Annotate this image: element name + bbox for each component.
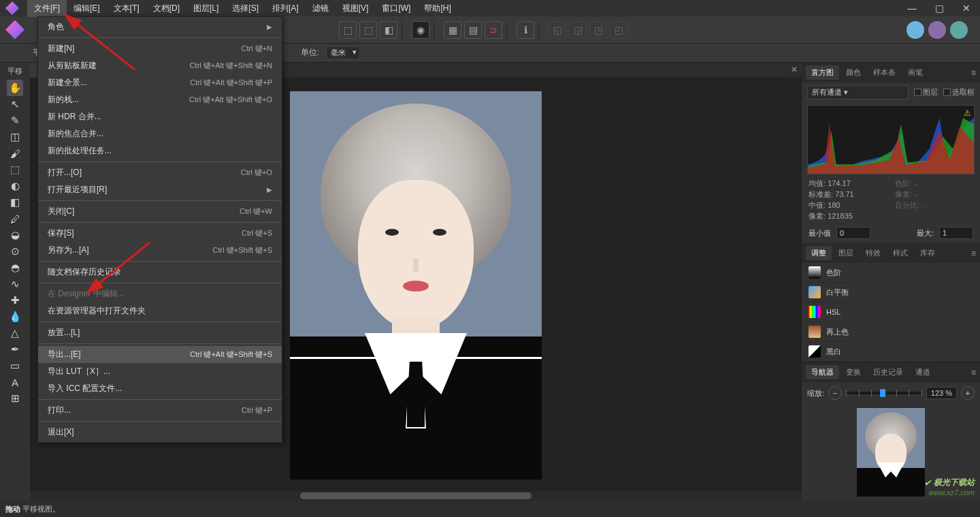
tab-图层[interactable]: 图层 — [833, 246, 859, 260]
tool-color-picker[interactable]: ✎ — [7, 112, 23, 129]
navigator-preview[interactable] — [857, 408, 925, 497]
menu-item-打开...[O][interactable]: 打开...[O]Ctrl 键+O — [38, 164, 282, 181]
tab-调整[interactable]: 调整 — [806, 246, 832, 260]
menu-文件[F][interactable]: 文件[F] — [27, 0, 67, 17]
tool-brush[interactable]: 🖌 — [7, 145, 23, 161]
menu-文档[D][interactable]: 文档[D] — [146, 0, 186, 17]
adjustment-再上色[interactable]: 再上色 — [802, 322, 980, 342]
arrange-front-icon[interactable]: ◰ — [610, 21, 627, 39]
tool-gradient[interactable]: ◧ — [7, 194, 23, 210]
arrange-forward-icon[interactable]: ◳ — [589, 21, 607, 39]
arrange-back-icon[interactable]: ◱ — [549, 21, 566, 39]
tab-样式[interactable]: 样式 — [887, 246, 913, 260]
menu-帮助[H][interactable]: 帮助[H] — [417, 0, 457, 17]
tool-flood[interactable]: ◐ — [7, 178, 23, 194]
tool-text[interactable]: A — [7, 374, 23, 390]
tool-erase[interactable]: ◒ — [7, 227, 23, 243]
menu-选择[S][interactable]: 选择[S] — [225, 0, 265, 17]
menu-文本[T][interactable]: 文本[T] — [107, 0, 146, 17]
close-document-icon[interactable]: ✕ — [791, 65, 798, 74]
menu-窗口[W][interactable]: 窗口[W] — [375, 0, 417, 17]
menu-编辑[E][interactable]: 编辑[E] — [67, 0, 107, 17]
tool-dodge[interactable]: ◓ — [7, 260, 23, 276]
tab-直方图[interactable]: 直方图 — [806, 65, 839, 80]
close-button[interactable]: ✕ — [953, 0, 980, 16]
minimize-button[interactable]: — — [898, 0, 926, 16]
panel-menu-icon[interactable]: ≡ — [971, 249, 976, 258]
tool-blur[interactable]: 💧 — [7, 309, 23, 325]
tool-pen[interactable]: ✒ — [7, 341, 23, 358]
menu-视图[V][interactable]: 视图[V] — [336, 0, 376, 17]
tab-库存[interactable]: 库存 — [915, 246, 941, 260]
quick-mask-icon[interactable]: ◧ — [380, 21, 397, 39]
grid-icon[interactable]: ▦ — [444, 21, 461, 39]
snap-icon[interactable]: ⊃ — [485, 21, 502, 39]
menu-item-另存为...[A][interactable]: 另存为...[A]Ctrl 键+Shift 键+S — [38, 242, 282, 259]
zoom-value[interactable]: 123 % — [926, 387, 957, 399]
unit-select[interactable]: 毫米 ▾ — [326, 46, 360, 59]
menu-item-在资源管理器中打开文件夹[interactable]: 在资源管理器中打开文件夹 — [38, 302, 282, 319]
menu-item-新的批处理任务...[interactable]: 新的批处理任务... — [38, 142, 282, 159]
menu-item-新的焦点合并...[interactable]: 新的焦点合并... — [38, 125, 282, 142]
menu-item-导出 LUT［X］...[interactable]: 导出 LUT［X］... — [38, 363, 282, 380]
zoom-out-button[interactable]: − — [828, 386, 842, 400]
tab-特效[interactable]: 特效 — [860, 246, 886, 260]
maximize-button[interactable]: ▢ — [926, 0, 953, 16]
selection-mode-icon[interactable]: ⬚ — [339, 21, 357, 39]
adjustment-HSL[interactable]: HSL — [802, 302, 980, 322]
menu-item-新 HDR 合并...[interactable]: 新 HDR 合并... — [38, 108, 282, 125]
menu-图层[L][interactable]: 图层[L] — [186, 0, 225, 17]
grid2-icon[interactable]: ▤ — [464, 21, 482, 39]
min-input[interactable] — [836, 227, 870, 239]
tool-move[interactable]: ↖ — [7, 96, 23, 112]
max-input[interactable] — [939, 227, 973, 239]
adjustment-色阶[interactable]: 色阶 — [802, 263, 980, 283]
menu-item-退出[X][interactable]: 退出[X] — [38, 424, 282, 441]
horizontal-scrollbar[interactable] — [30, 491, 802, 501]
tab-样本条[interactable]: 样本条 — [868, 65, 901, 80]
adjustment-白平衡[interactable]: 白平衡 — [802, 283, 980, 302]
menu-item-打印...[interactable]: 打印...Ctrl 键+P — [38, 402, 282, 419]
assistant-icon[interactable]: ℹ — [517, 21, 534, 39]
develop-persona-icon[interactable] — [950, 21, 968, 39]
menu-item-导入 ICC 配置文件...[interactable]: 导入 ICC 配置文件... — [38, 380, 282, 397]
menu-item-新的栈...[interactable]: 新的栈...Ctrl 键+Alt 键+Shift 键+O — [38, 91, 282, 108]
menu-item-新建全景...[interactable]: 新建全景...Ctrl 键+Alt 键+Shift 键+P — [38, 74, 282, 91]
fill-icon[interactable]: ◉ — [412, 21, 429, 39]
menu-item-保存[S][interactable]: 保存[S]Ctrl 键+S — [38, 225, 282, 242]
arrange-backward-icon[interactable]: ◲ — [569, 21, 587, 39]
photo-persona-icon[interactable] — [906, 21, 924, 39]
tab-导航器[interactable]: 导航器 — [806, 365, 839, 379]
liquify-persona-icon[interactable] — [928, 21, 946, 39]
tool-smudge[interactable]: ∿ — [7, 276, 23, 292]
tool-selection[interactable]: ⬚ — [7, 161, 23, 178]
tool-shape[interactable]: ▭ — [7, 358, 23, 374]
panel-menu-icon[interactable]: ≡ — [971, 68, 976, 78]
tool-mesh[interactable]: ⊞ — [7, 390, 23, 407]
menu-item-从剪贴板新建[interactable]: 从剪贴板新建Ctrl 键+Alt 键+Shift 键+N — [38, 57, 282, 74]
tab-变换[interactable]: 变换 — [840, 365, 866, 379]
tool-clone[interactable]: ⊙ — [7, 243, 23, 260]
adjustment-黑白[interactable]: 黑白 — [802, 342, 980, 362]
menu-item-导出...[E][interactable]: 导出...[E]Ctrl 键+Alt 键+Shift 键+S — [38, 346, 282, 363]
menu-滤镜[interactable]: 滤镜 — [306, 0, 336, 17]
tab-画笔[interactable]: 画笔 — [902, 65, 928, 80]
selection-subtract-icon[interactable]: ⬚ — [359, 21, 377, 39]
menu-item-随文档保存历史记录[interactable]: 随文档保存历史记录 — [38, 264, 282, 281]
tool-heal[interactable]: ✚ — [7, 292, 23, 309]
tool-paint[interactable]: 🖊 — [7, 210, 23, 227]
tool-sharpen[interactable]: △ — [7, 325, 23, 341]
zoom-in-button[interactable]: + — [961, 386, 975, 400]
tool-hand[interactable]: ✋ — [7, 80, 23, 96]
layer-checkbox[interactable]: 图层 — [914, 87, 938, 97]
menu-排列[A][interactable]: 排列[A] — [265, 0, 306, 17]
channel-select[interactable]: 所有通道 ▾ — [807, 85, 909, 99]
selection-checkbox[interactable]: 选取框 — [943, 87, 975, 97]
menu-item-放置...[L][interactable]: 放置...[L] — [38, 324, 282, 341]
menu-item-打开最近项目[R][interactable]: 打开最近项目[R]▶ — [38, 181, 282, 198]
menu-item-新建[N][interactable]: 新建[N]Ctrl 键+N — [38, 40, 282, 57]
tab-历史记录[interactable]: 历史记录 — [868, 365, 909, 379]
tab-颜色[interactable]: 颜色 — [840, 65, 866, 80]
tab-通道[interactable]: 通道 — [910, 365, 936, 379]
panel-menu-icon[interactable]: ≡ — [971, 368, 976, 377]
